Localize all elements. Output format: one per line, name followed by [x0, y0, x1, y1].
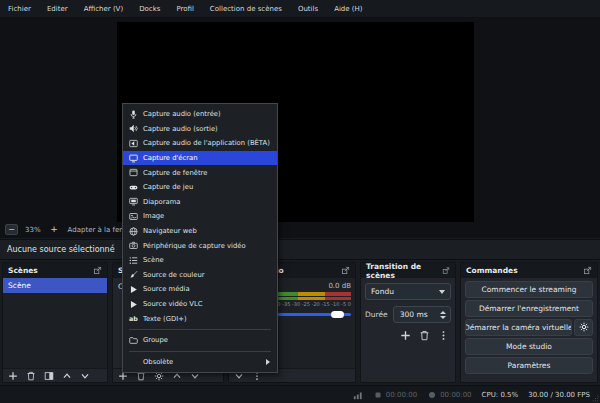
duration-label: Durée [365, 310, 388, 319]
trash-icon[interactable] [419, 330, 430, 341]
text-icon: ab [129, 314, 138, 323]
menu-item-image[interactable]: Image [123, 209, 277, 224]
menu-item-label: Capture audio (entrée) [143, 110, 221, 118]
spin-down-icon[interactable] [440, 316, 446, 319]
menu-bar: FichierEditerAfficher (V)DocksProfilColl… [0, 0, 600, 18]
zoom-level: 33% [25, 226, 41, 234]
duration-spinbox[interactable]: 300 ms [393, 306, 451, 323]
resize-grip[interactable] [592, 395, 599, 402]
scenes-dock-header: Scènes [3, 263, 107, 278]
menu-item-label: Groupe [143, 336, 168, 344]
meter-tick-label: -20 [312, 301, 320, 308]
menu-item-sc-ne[interactable]: Scène [123, 253, 277, 268]
menubar-item-aide-h[interactable]: Aide (H) [326, 0, 370, 18]
menubar-item-profil[interactable]: Profil [168, 0, 201, 18]
camera-icon [129, 241, 138, 250]
controls-dock: Commandes Commencer le streamingDémarrer… [460, 262, 598, 383]
duration-value: 300 ms [400, 310, 428, 319]
cpu-usage: CPU: 0.5% [482, 391, 519, 399]
menu-item-diaporama[interactable]: Diaporama [123, 195, 277, 210]
control-button-d-marrer-la-cam-ra-virtuelle[interactable]: Démarrer la caméra virtuelle [465, 319, 572, 336]
menu-item-label: Scène [143, 256, 164, 264]
menubar-item-docks[interactable]: Docks [131, 0, 168, 18]
preview-zoom-controls: − 33% + Adapter à la fenêtre [5, 224, 138, 235]
scenes-toolbar [3, 368, 107, 382]
control-button-mode-studio[interactable]: Mode studio [465, 338, 593, 355]
controls-buttons: Commencer le streamingDémarrer l'enregis… [461, 278, 597, 382]
menu-item-capture-audio-entr-e[interactable]: Capture audio (entrée) [123, 107, 277, 122]
menu-item-label: Périphérique de capture vidéo [143, 242, 246, 250]
app-audio-icon [129, 139, 138, 148]
control-button-commencer-le-streaming[interactable]: Commencer le streaming [465, 281, 593, 298]
preview-area: − 33% + Adapter à la fenêtre [0, 18, 600, 238]
menubar-item-outils[interactable]: Outils [290, 0, 326, 18]
zoom-in-button[interactable]: + [48, 224, 61, 235]
popout-icon[interactable] [583, 266, 592, 275]
scene-list: Scène [3, 278, 107, 368]
popout-icon[interactable] [442, 266, 450, 275]
record-status-icon [427, 390, 437, 400]
scene-list-icon [129, 256, 138, 265]
controls-dock-header: Commandes [461, 263, 597, 278]
menu-item-source-m-dia[interactable]: Source média [123, 282, 277, 297]
menu-item-texte-gdi[interactable]: abTexte (GDI+) [123, 311, 277, 326]
submenu-arrow-icon [266, 359, 270, 365]
menu-item-obsol-te[interactable]: Obsolète [123, 355, 277, 370]
popout-icon[interactable] [93, 266, 102, 275]
menu-item-label: Capture d'écran [143, 154, 198, 162]
scene-transitions-dock: Transition de scènes Fondu Durée 300 ms [360, 262, 456, 383]
meter-tick-label: -30 [292, 301, 300, 308]
volume-slider-handle[interactable] [331, 311, 344, 318]
menu-item-label: Capture de fenêtre [143, 169, 207, 177]
down-chevron-icon[interactable] [80, 371, 90, 381]
menubar-item-fichier[interactable]: Fichier [0, 0, 39, 18]
menu-item-label: Obsolète [143, 358, 173, 366]
plus-icon[interactable] [400, 330, 411, 341]
menu-item-label: Source vidéo VLC [143, 300, 202, 308]
menu-item-capture-de-jeu[interactable]: Capture de jeu [123, 180, 277, 195]
up-chevron-icon[interactable] [62, 371, 72, 381]
vlc-cone-icon [129, 300, 138, 309]
menu-item-capture-de-fen-tre[interactable]: Capture de fenêtre [123, 165, 277, 180]
spin-up-icon[interactable] [440, 311, 446, 314]
menu-item-capture-d-cran[interactable]: Capture d'écran [123, 151, 277, 166]
scene-list-item[interactable]: Scène [3, 278, 107, 293]
group-icon [129, 336, 138, 345]
virtual-camera-settings-button[interactable] [574, 319, 593, 336]
fps-indicator: 30.00 / 30.00 FPS [528, 391, 590, 399]
control-button-d-marrer-l-enregistrement[interactable]: Démarrer l'enregistrement [465, 300, 593, 317]
menu-item-source-vid-o-vlc[interactable]: Source vidéo VLC [123, 297, 277, 312]
play-icon [129, 285, 138, 294]
menu-item-navigateur-web[interactable]: Navigateur web [123, 224, 277, 239]
meter-tick-label: 0 [348, 301, 351, 308]
menu-item-label: Image [143, 212, 164, 220]
zoom-out-button[interactable]: − [5, 224, 18, 235]
control-button-param-tres[interactable]: Paramètres [465, 357, 593, 374]
menu-item-capture-audio-de-l-application-b-ta[interactable]: Capture audio de l'application (BÊTA) [123, 136, 277, 151]
menu-item-label: Capture de jeu [143, 183, 193, 191]
filters-icon[interactable] [44, 371, 54, 381]
meter-tick-label: -10 [331, 301, 339, 308]
menu-item-p-riph-rique-de-capture-vid-o[interactable]: Périphérique de capture vidéo [123, 238, 277, 253]
menubar-item-editer[interactable]: Editer [39, 0, 76, 18]
gamepad-icon [129, 183, 138, 192]
menu-item-groupe[interactable]: Groupe [123, 333, 277, 348]
gear-icon [579, 322, 589, 332]
menubar-item-collection-de-sc-nes[interactable]: Collection de scènes [202, 0, 290, 18]
menu-item-label: Texte (GDI+) [143, 315, 187, 323]
meter-tick-label: -5 [341, 301, 346, 308]
menubar-item-afficher-v[interactable]: Afficher (V) [76, 0, 132, 18]
trash-icon[interactable] [26, 371, 36, 381]
scenes-dock: Scènes Scène [2, 262, 108, 383]
plus-icon[interactable] [8, 371, 18, 381]
menu-item-source-de-couleur[interactable]: Source de couleur [123, 268, 277, 283]
globe-icon [129, 227, 138, 236]
dots-vertical-icon[interactable] [438, 330, 449, 341]
microphone-icon [129, 110, 138, 119]
menu-item-capture-audio-sortie[interactable]: Capture audio (sortie) [123, 122, 277, 137]
status-bar: 00:00:00 00:00:00 CPU: 0.5% 30.00 / 30.0… [0, 385, 600, 403]
popout-icon[interactable] [341, 266, 350, 275]
add-source-menu: Capture audio (entrée)Capture audio (sor… [122, 103, 278, 373]
transition-select[interactable]: Fondu [365, 283, 451, 300]
scenes-dock-title: Scènes [8, 266, 38, 275]
